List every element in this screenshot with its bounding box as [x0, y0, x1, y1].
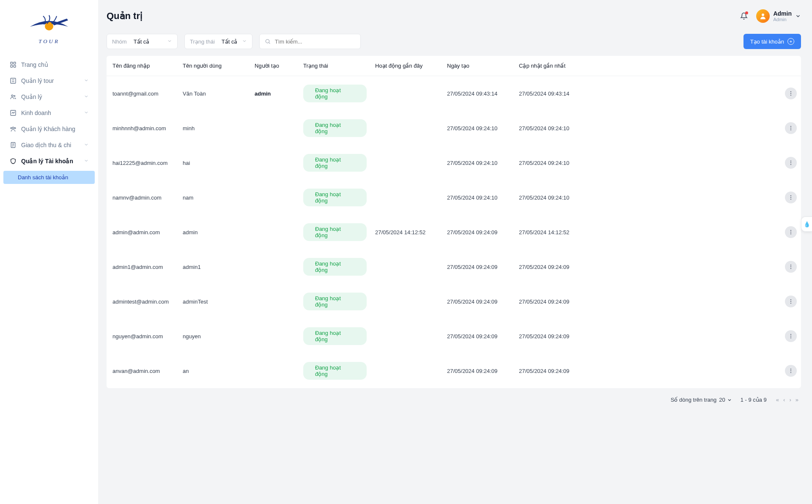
sidebar-item-1[interactable]: Quản lý tour [3, 73, 95, 89]
cell-login: nguyen@admin.com [107, 319, 178, 353]
sidebar-item-3[interactable]: Kinh doanh [3, 105, 95, 121]
row-actions-button[interactable] [785, 192, 797, 203]
cell-name: nguyen [178, 319, 250, 353]
status-badge: Đang hoạt động [303, 85, 367, 102]
search-icon [265, 38, 271, 45]
pagination-bar: Số dòng trên trang 20 1 - 9 của 9 « ‹ › … [107, 388, 801, 405]
svg-point-22 [790, 93, 791, 94]
table-row: minhnnh@admin.comminhĐang hoạt động27/05… [107, 111, 801, 145]
row-actions-button[interactable] [785, 122, 797, 134]
svg-point-13 [14, 128, 16, 129]
cell-login: namnv@admin.com [107, 180, 178, 215]
receipt-icon [9, 141, 17, 149]
cell-creator [250, 284, 299, 319]
row-actions-button[interactable] [785, 88, 797, 99]
sidebar-subitem-account-list[interactable]: Danh sách tài khoản [3, 171, 95, 184]
cell-status: Đang hoạt động [299, 215, 371, 249]
status-select[interactable]: Trạng thái Tất cả [184, 34, 252, 49]
notifications-button[interactable] [738, 11, 749, 22]
cell-updated: 27/05/2024 09:24:09 [515, 353, 781, 388]
svg-point-47 [790, 372, 791, 373]
group-select[interactable]: Nhóm Tất cả [107, 34, 178, 49]
cell-login: hai12225@admin.com [107, 145, 178, 180]
logo[interactable]: TOUR [0, 0, 98, 52]
sidebar-item-label: Quản lý Khách hàng [21, 126, 75, 132]
chevron-down-icon [84, 93, 89, 100]
cell-login: minhnnh@admin.com [107, 111, 178, 145]
cell-creator [250, 353, 299, 388]
page-last-button[interactable]: » [795, 396, 799, 404]
search-input[interactable] [275, 38, 355, 45]
svg-point-24 [790, 126, 791, 127]
sidebar-item-label: Kinh doanh [21, 110, 51, 116]
svg-point-39 [790, 299, 791, 300]
cell-creator: admin [250, 76, 299, 111]
cell-last-activity [371, 249, 443, 284]
logo-text: TOUR [38, 38, 60, 45]
page-first-button[interactable]: « [775, 396, 780, 404]
table-row: anvan@admin.comanĐang hoạt động27/05/202… [107, 353, 801, 388]
nav-list: Trang chủQuản lý tourQuản lýKinh doanhQu… [0, 52, 98, 188]
top-right: Admin Admin [738, 9, 801, 23]
page-next-button[interactable]: › [788, 396, 792, 404]
rows-per-page-label: Số dòng trên trang [671, 397, 716, 403]
row-actions-button[interactable] [785, 296, 797, 307]
svg-rect-1 [11, 62, 13, 64]
avatar-icon [759, 12, 767, 20]
cell-status: Đang hoạt động [299, 353, 371, 388]
cell-creator [250, 111, 299, 145]
status-badge: Đang hoạt động [303, 154, 367, 172]
row-actions-button[interactable] [785, 365, 797, 377]
cell-login: toannt@gmail.com [107, 76, 178, 111]
svg-point-21 [790, 91, 791, 92]
cell-updated: 27/05/2024 09:24:09 [515, 249, 781, 284]
cell-created: 27/05/2024 09:24:09 [443, 284, 515, 319]
svg-point-31 [790, 197, 791, 198]
cell-name: Văn Toàn [178, 76, 250, 111]
status-select-value: Tất cả [222, 38, 238, 45]
cell-updated: 27/05/2024 09:43:14 [515, 76, 781, 111]
sidebar-item-2[interactable]: Quản lý [3, 89, 95, 105]
row-actions-button[interactable] [785, 330, 797, 342]
table-row: admin1@admin.comadmin1Đang hoạt động27/0… [107, 249, 801, 284]
square-list-icon [9, 77, 17, 85]
svg-point-38 [790, 268, 791, 269]
row-actions-button[interactable] [785, 226, 797, 238]
cell-status: Đang hoạt động [299, 319, 371, 353]
cell-updated: 27/05/2024 14:12:52 [515, 215, 781, 249]
page-title: Quản trị [107, 11, 143, 22]
table-header-4: Hoạt động gần đây [371, 56, 443, 76]
topbar: Quản trị Admin Admin [107, 9, 801, 34]
sidebar-item-6[interactable]: Quản lý Tài khoản [3, 153, 95, 169]
svg-point-27 [790, 161, 791, 162]
svg-rect-5 [11, 78, 16, 83]
status-badge: Đang hoạt động [303, 293, 367, 310]
floating-side-tab[interactable]: 💧 [801, 216, 812, 232]
cell-creator [250, 215, 299, 249]
rows-per-page-select[interactable]: Số dòng trên trang 20 [671, 397, 732, 403]
svg-rect-3 [11, 65, 13, 67]
sidebar-item-4[interactable]: Quản lý Khách hàng [3, 121, 95, 137]
svg-point-43 [790, 336, 791, 337]
cell-status: Đang hoạt động [299, 180, 371, 215]
svg-point-33 [790, 230, 791, 231]
create-account-button[interactable]: Tạo tài khoản + [743, 34, 801, 49]
table-row: hai12225@admin.comhaiĐang hoạt động27/05… [107, 145, 801, 180]
svg-point-40 [790, 301, 791, 302]
sidebar-item-5[interactable]: Giao dịch thu & chi [3, 137, 95, 153]
cell-created: 27/05/2024 09:24:09 [443, 319, 515, 353]
chart-icon [9, 109, 17, 117]
chevron-down-icon [84, 77, 89, 84]
row-actions-button[interactable] [785, 261, 797, 273]
cell-login: admin1@admin.com [107, 249, 178, 284]
user-menu[interactable]: Admin Admin [756, 9, 801, 23]
cell-updated: 27/05/2024 09:24:09 [515, 319, 781, 353]
cell-created: 27/05/2024 09:24:10 [443, 180, 515, 215]
cell-last-activity [371, 76, 443, 111]
row-actions-button[interactable] [785, 157, 797, 169]
cell-status: Đang hoạt động [299, 111, 371, 145]
accounts-table: Tên đăng nhậpTên người dùngNgười tạoTrạn… [107, 56, 801, 388]
page-prev-button[interactable]: ‹ [782, 396, 786, 404]
sidebar-item-0[interactable]: Trang chủ [3, 57, 95, 73]
cell-last-activity [371, 319, 443, 353]
